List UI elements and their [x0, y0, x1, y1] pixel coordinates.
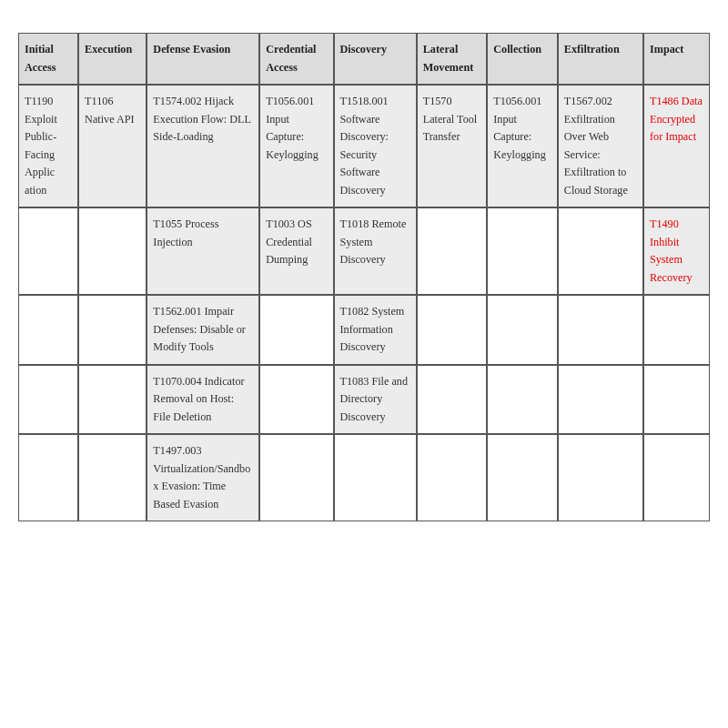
empty-cell	[558, 207, 643, 295]
cell-credential-access-0: T1056.001 Input Capture: Keylogging	[259, 85, 333, 207]
cell-defense-evasion-3: T1070.004 Indicator Removal on Host: Fil…	[147, 365, 259, 435]
cell-impact-1: T1490 Inhibit System Recovery	[643, 207, 710, 295]
empty-cell	[643, 295, 710, 365]
cell-initial-access-0: T1190 Exploit Public-Facing Applic ation	[18, 85, 78, 207]
empty-cell	[78, 207, 147, 295]
empty-cell	[18, 365, 78, 435]
attack-matrix-table: Initial Access Execution Defense Evasion…	[18, 33, 710, 521]
empty-cell	[334, 434, 417, 521]
empty-cell	[643, 434, 710, 521]
cell-execution-0: T1106 Native API	[78, 85, 147, 207]
empty-cell	[78, 434, 147, 521]
empty-cell	[18, 295, 78, 365]
cell-defense-evasion-1: T1055 Process Injection	[147, 207, 259, 295]
empty-cell	[417, 434, 488, 521]
empty-cell	[18, 434, 78, 521]
cell-discovery-0: T1518.001 Software Discovery: Security S…	[334, 85, 417, 207]
empty-cell	[643, 365, 710, 435]
cell-credential-access-1: T1003 OS Credential Dumping	[259, 207, 333, 295]
empty-cell	[259, 295, 333, 365]
header-execution: Execution	[78, 33, 147, 85]
empty-cell	[487, 434, 558, 521]
empty-cell	[78, 365, 147, 435]
cell-defense-evasion-4: T1497.003 Virtualization/Sandbox Evasion…	[147, 434, 259, 521]
empty-cell	[558, 295, 643, 365]
cell-defense-evasion-2: T1562.001 Impair Defenses: Disable or Mo…	[147, 295, 259, 365]
table-row: T1562.001 Impair Defenses: Disable or Mo…	[18, 295, 710, 365]
empty-cell	[417, 295, 488, 365]
empty-cell	[417, 207, 488, 295]
cell-collection-0: T1056.001 Input Capture: Keylogging	[487, 85, 558, 207]
header-discovery: Discovery	[334, 33, 417, 85]
header-exfiltration: Exfiltration	[558, 33, 643, 85]
empty-cell	[558, 434, 643, 521]
cell-lateral-movement-0: T1570 Lateral Tool Transfer	[417, 85, 488, 207]
table-row: T1497.003 Virtualization/Sandbox Evasion…	[18, 434, 710, 521]
header-initial-access: Initial Access	[18, 33, 78, 85]
table-row: T1070.004 Indicator Removal on Host: Fil…	[18, 365, 710, 435]
header-row: Initial Access Execution Defense Evasion…	[18, 33, 710, 85]
empty-cell	[259, 434, 333, 521]
cell-defense-evasion-0: T1574.002 Hijack Execution Flow: DLL Sid…	[147, 85, 259, 207]
table-row: T1190 Exploit Public-Facing Applic ation…	[18, 85, 710, 207]
empty-cell	[18, 207, 78, 295]
empty-cell	[558, 365, 643, 435]
empty-cell	[259, 365, 333, 435]
table-row: T1055 Process Injection T1003 OS Credent…	[18, 207, 710, 295]
cell-discovery-3: T1083 File and Directory Discovery	[334, 365, 417, 435]
empty-cell	[487, 207, 558, 295]
header-defense-evasion: Defense Evasion	[147, 33, 259, 85]
empty-cell	[487, 295, 558, 365]
cell-impact-0: T1486 Data Encrypted for Impact	[643, 85, 710, 207]
cell-exfiltration-0: T1567.002 Exfiltration Over Web Service:…	[558, 85, 643, 207]
header-impact: Impact	[643, 33, 710, 85]
empty-cell	[487, 365, 558, 435]
header-collection: Collection	[487, 33, 558, 85]
cell-discovery-1: T1018 Remote System Discovery	[334, 207, 417, 295]
header-credential-access: Credential Access	[259, 33, 333, 85]
cell-discovery-2: T1082 System Information Discovery	[334, 295, 417, 365]
empty-cell	[78, 295, 147, 365]
empty-cell	[417, 365, 488, 435]
header-lateral-movement: Lateral Movement	[417, 33, 488, 85]
